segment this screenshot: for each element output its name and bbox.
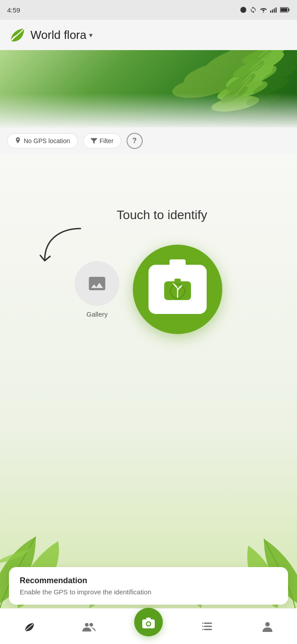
filter-icon — [91, 138, 97, 144]
notification-icon — [240, 6, 247, 13]
app-logo — [7, 25, 27, 45]
recommendation-card: Recommendation Enable the GPS to improve… — [9, 567, 288, 605]
nav-item-profile[interactable] — [238, 609, 297, 644]
svg-rect-49 — [202, 626, 204, 627]
nav-item-camera[interactable] — [119, 609, 178, 644]
filter-bar: No GPS location Filter ? — [0, 127, 297, 154]
touch-hint: Touch to identify — [117, 208, 207, 222]
filter-button[interactable]: Filter — [83, 133, 121, 148]
camera-nav-icon — [141, 616, 156, 628]
recommendation-body: Enable the GPS to improve the identifica… — [20, 588, 277, 596]
sync-icon — [250, 6, 257, 13]
svg-rect-46 — [204, 626, 212, 627]
svg-rect-45 — [204, 623, 212, 624]
gallery-label: Gallery — [86, 310, 108, 318]
help-icon: ? — [132, 137, 137, 145]
help-button[interactable]: ? — [127, 133, 143, 149]
main-content: Touch to identify Gallery — [0, 154, 297, 608]
status-time: 4:59 — [7, 6, 20, 14]
nav-item-list[interactable] — [178, 609, 238, 644]
svg-rect-48 — [202, 623, 204, 624]
nav-camera-button[interactable] — [134, 608, 163, 636]
svg-point-0 — [240, 7, 246, 13]
battery-icon — [280, 7, 290, 13]
camera-icon-body — [148, 265, 207, 314]
status-icons — [240, 6, 290, 13]
svg-rect-1 — [270, 11, 271, 13]
camera-notch — [170, 259, 186, 266]
list-nav-icon — [202, 621, 214, 632]
wifi-icon — [259, 7, 267, 13]
plant-camera-icon — [162, 276, 193, 303]
leaf-nav-icon — [23, 620, 36, 633]
gps-label: No GPS location — [24, 137, 70, 144]
nav-item-home[interactable] — [0, 609, 59, 644]
dropdown-icon[interactable]: ▾ — [89, 31, 93, 39]
camera-identify-button[interactable] — [133, 245, 222, 334]
bottom-nav — [0, 608, 297, 644]
svg-rect-50 — [202, 629, 204, 630]
gps-button[interactable]: No GPS location — [7, 133, 78, 148]
location-icon — [15, 137, 21, 144]
svg-rect-7 — [280, 8, 287, 12]
svg-rect-2 — [272, 9, 273, 13]
nav-item-community[interactable] — [59, 609, 119, 644]
svg-rect-4 — [276, 7, 276, 13]
svg-point-43 — [147, 622, 150, 625]
svg-point-40 — [89, 623, 93, 627]
svg-rect-47 — [204, 629, 212, 630]
gallery-icon — [88, 275, 106, 292]
status-bar: 4:59 — [0, 0, 297, 20]
svg-rect-44 — [146, 618, 151, 620]
person-nav-icon — [262, 620, 273, 633]
filter-label: Filter — [100, 137, 114, 144]
svg-point-39 — [85, 623, 89, 627]
svg-rect-38 — [174, 279, 181, 282]
identify-area: Touch to identify Gallery — [0, 208, 297, 334]
header-title: World flora — [30, 28, 86, 42]
arrow-hint — [36, 224, 89, 273]
camera-buttons: Gallery — [75, 245, 222, 334]
svg-rect-3 — [274, 8, 275, 13]
people-nav-icon — [82, 621, 96, 632]
svg-rect-6 — [289, 8, 290, 11]
header: World flora ▾ — [0, 20, 297, 50]
svg-point-51 — [265, 622, 270, 627]
signal-icon — [270, 7, 277, 13]
recommendation-title: Recommendation — [20, 576, 277, 585]
